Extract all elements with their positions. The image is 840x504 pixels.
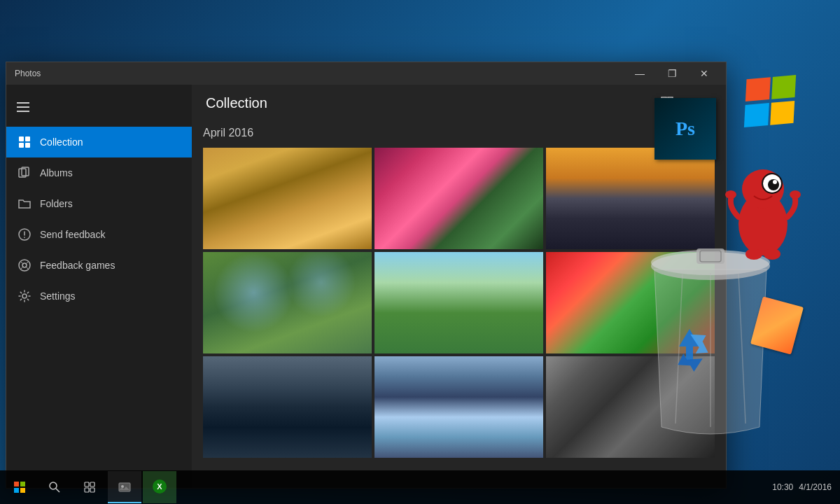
svg-rect-35 xyxy=(90,488,94,492)
select-icon xyxy=(660,96,674,110)
xbox-icon: X xyxy=(153,479,167,493)
photos-taskbar-icon xyxy=(118,480,131,493)
task-view-button[interactable] xyxy=(73,470,106,504)
photo-cell-camera[interactable] xyxy=(546,356,715,458)
sidebar-send-feedback-label: Send feedback xyxy=(40,229,105,240)
window-controls: — ❐ ✕ xyxy=(624,62,720,85)
sidebar-albums-label: Albums xyxy=(40,167,73,178)
photo-cell-bubbles[interactable] xyxy=(203,252,372,354)
ellipsis-icon: ••• xyxy=(690,97,706,109)
sidebar-feedback-games-label: Feedback games xyxy=(40,260,115,271)
settings-icon xyxy=(18,289,31,303)
sidebar-item-collection[interactable]: Collection xyxy=(6,127,192,158)
svg-rect-0 xyxy=(19,136,24,141)
photo-cell-bicycle[interactable] xyxy=(374,252,543,354)
svg-rect-34 xyxy=(85,488,89,492)
taskbar-photos-item[interactable] xyxy=(108,471,141,503)
sidebar: Collection Albums Folders xyxy=(6,85,192,488)
photo-cell-mountains[interactable] xyxy=(203,356,372,458)
feedback-games-icon xyxy=(18,258,31,272)
sidebar-item-albums[interactable]: Albums xyxy=(6,158,192,188)
photo-grid xyxy=(203,148,715,458)
svg-rect-2 xyxy=(19,143,24,148)
tray-date: 4/1/2016 xyxy=(799,482,832,492)
date-section-header: April 2016 xyxy=(203,121,715,148)
photo-cell-bridge[interactable] xyxy=(546,148,715,249)
sidebar-item-settings[interactable]: Settings xyxy=(6,281,192,312)
sidebar-item-feedback-games[interactable]: Feedback games xyxy=(6,250,192,281)
sidebar-item-folders[interactable]: Folders xyxy=(6,188,192,219)
svg-rect-33 xyxy=(90,482,94,486)
maximize-button[interactable]: ❐ xyxy=(656,62,688,85)
app-body: Collection Albums Folders xyxy=(6,85,726,488)
collection-icon xyxy=(18,135,31,149)
page-title: Collection xyxy=(206,95,267,111)
svg-rect-11 xyxy=(668,97,673,102)
photo-cell-roses[interactable] xyxy=(374,148,543,249)
main-header: Collection ••• xyxy=(192,85,726,121)
header-actions: ••• xyxy=(653,89,712,117)
select-all-button[interactable] xyxy=(653,89,681,117)
start-button[interactable] xyxy=(3,470,36,504)
start-icon xyxy=(14,482,25,493)
clock: 10:30 xyxy=(772,482,793,492)
sidebar-item-send-feedback[interactable]: Send feedback xyxy=(6,219,192,250)
folders-icon xyxy=(18,197,31,211)
search-icon xyxy=(49,482,60,493)
taskbar: X 10:30 4/1/2016 xyxy=(0,470,840,504)
sidebar-collection-label: Collection xyxy=(40,136,83,148)
sidebar-settings-label: Settings xyxy=(40,290,76,302)
svg-rect-3 xyxy=(25,143,30,148)
sidebar-folders-label: Folders xyxy=(40,198,73,209)
photo-grid-container[interactable]: April 2016 xyxy=(192,121,726,488)
window-title: Photos xyxy=(12,69,624,78)
photo-cell-lake[interactable] xyxy=(374,356,543,458)
svg-rect-1 xyxy=(25,136,30,141)
svg-point-9 xyxy=(22,294,27,298)
send-feedback-icon xyxy=(18,227,31,241)
svg-rect-10 xyxy=(662,97,666,102)
svg-rect-36 xyxy=(119,483,130,491)
search-button[interactable] xyxy=(38,470,71,504)
svg-point-30 xyxy=(50,482,57,489)
more-options-button[interactable]: ••• xyxy=(684,89,712,117)
svg-rect-32 xyxy=(85,482,89,486)
task-view-icon xyxy=(84,482,95,493)
svg-point-7 xyxy=(19,260,30,271)
photo-cell-dog[interactable] xyxy=(203,148,372,249)
close-button[interactable]: ✕ xyxy=(688,62,720,85)
photo-cell-food[interactable] xyxy=(546,252,715,354)
title-bar: Photos — ❐ ✕ xyxy=(6,62,726,85)
albums-icon xyxy=(18,166,31,180)
minimize-button[interactable]: — xyxy=(624,62,656,85)
main-content: Collection ••• xyxy=(192,85,726,488)
svg-rect-12 xyxy=(662,104,666,108)
photos-app-window: Photos — ❐ ✕ xyxy=(6,62,727,489)
hamburger-menu-button[interactable] xyxy=(6,90,40,124)
svg-line-31 xyxy=(56,489,59,492)
taskbar-xbox-item[interactable]: X xyxy=(143,471,176,503)
system-tray: 10:30 4/1/2016 xyxy=(772,482,837,492)
hamburger-icon xyxy=(17,102,29,112)
